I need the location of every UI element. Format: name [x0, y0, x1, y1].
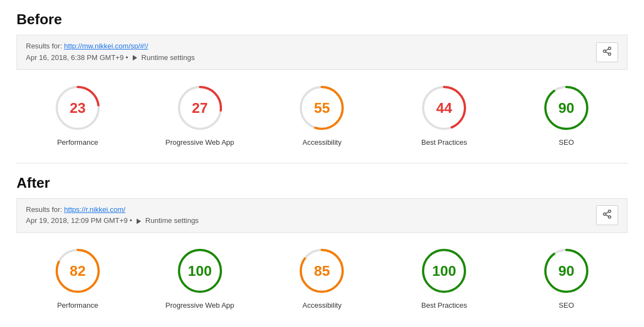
runtime-settings-label[interactable]: Runtime settings — [145, 215, 199, 227]
section-title: Before — [17, 11, 627, 28]
score-item-performance: 23 Performance — [17, 83, 139, 146]
runtime-arrow-icon[interactable] — [137, 219, 141, 224]
score-label-best-practices: Best Practices — [421, 301, 467, 309]
info-bar-left: Results for: http://mw.nikkei.com/sp/#!/… — [26, 41, 194, 64]
results-for-line: Results for: https://r.nikkei.com/ — [26, 204, 199, 216]
date-runtime-row: Apr 16, 2018, 6:38 PM GMT+9 • Runtime se… — [26, 52, 194, 64]
info-bar: Results for: http://mw.nikkei.com/sp/#!/… — [17, 35, 627, 70]
score-value-performance: 23 — [69, 99, 85, 116]
info-bar-left: Results for: https://r.nikkei.com/ Apr 1… — [26, 204, 199, 227]
date-text: Apr 16, 2018, 6:38 PM GMT+9 • — [26, 52, 128, 64]
score-circle-pwa: 27 — [175, 83, 225, 133]
score-item-best-practices: 100 Best Practices — [383, 246, 505, 309]
score-label-performance: Performance — [57, 138, 98, 146]
score-value-accessibility: 85 — [314, 263, 330, 280]
score-label-seo: SEO — [559, 138, 573, 146]
score-label-accessibility: Accessibility — [302, 138, 342, 146]
score-item-seo: 90 SEO — [505, 83, 627, 146]
score-item-seo: 90 SEO — [505, 246, 627, 309]
share-icon — [602, 46, 612, 56]
svg-line-3 — [605, 52, 608, 53]
score-label-pwa: Progressive Web App — [165, 301, 234, 309]
info-bar: Results for: https://r.nikkei.com/ Apr 1… — [17, 198, 627, 233]
score-label-accessibility: Accessibility — [302, 301, 342, 309]
score-value-best-practices: 100 — [432, 263, 456, 280]
score-value-best-practices: 44 — [436, 99, 452, 116]
results-label: Results for: — [26, 205, 64, 214]
score-circle-pwa: 100 — [175, 246, 225, 296]
score-label-seo: SEO — [559, 301, 573, 309]
score-circle-seo: 90 — [542, 246, 591, 296]
score-item-accessibility: 85 Accessibility — [261, 246, 383, 309]
score-value-pwa: 27 — [192, 99, 208, 116]
score-value-seo: 90 — [559, 263, 575, 280]
score-circle-performance: 82 — [53, 246, 102, 296]
runtime-settings-label[interactable]: Runtime settings — [142, 52, 195, 64]
score-circle-seo: 90 — [542, 83, 591, 133]
score-item-accessibility: 55 Accessibility — [261, 83, 383, 146]
section-title: After — [17, 175, 627, 192]
results-url[interactable]: http://mw.nikkei.com/sp/#!/ — [64, 42, 148, 50]
scores-row: 23 Performance 27 Progressive Web App — [17, 83, 627, 146]
score-circle-performance: 23 — [53, 83, 102, 133]
section-after: After Results for: https://r.nikkei.com/… — [17, 175, 627, 310]
svg-line-19 — [605, 212, 608, 214]
runtime-arrow-icon[interactable] — [133, 55, 137, 61]
score-label-performance: Performance — [57, 301, 98, 309]
svg-line-18 — [605, 215, 608, 217]
score-item-performance: 82 Performance — [17, 246, 139, 309]
section-before: Before Results for: http://mw.nikkei.com… — [17, 11, 627, 146]
score-circle-best-practices: 44 — [419, 83, 469, 133]
section-divider — [17, 163, 627, 164]
share-button[interactable] — [596, 42, 618, 62]
score-label-pwa: Progressive Web App — [165, 138, 234, 146]
date-runtime-row: Apr 19, 2018, 12:09 PM GMT+9 • Runtime s… — [26, 215, 199, 227]
results-label: Results for: — [26, 42, 64, 50]
score-item-pwa: 27 Progressive Web App — [139, 83, 261, 146]
svg-line-4 — [605, 49, 608, 51]
score-item-pwa: 100 Progressive Web App — [139, 246, 261, 309]
score-circle-best-practices: 100 — [419, 246, 469, 296]
score-label-best-practices: Best Practices — [421, 138, 467, 146]
score-value-performance: 82 — [69, 263, 85, 280]
score-circle-accessibility: 85 — [297, 246, 347, 296]
score-value-pwa: 100 — [188, 263, 212, 280]
share-button[interactable] — [596, 205, 618, 225]
share-icon — [602, 209, 612, 219]
score-value-accessibility: 55 — [314, 99, 330, 116]
results-for-line: Results for: http://mw.nikkei.com/sp/#!/ — [26, 41, 194, 52]
score-circle-accessibility: 55 — [297, 83, 347, 133]
results-url[interactable]: https://r.nikkei.com/ — [64, 205, 125, 214]
score-value-seo: 90 — [559, 99, 575, 116]
score-item-best-practices: 44 Best Practices — [383, 83, 505, 146]
scores-row: 82 Performance 100 Progressive Web App — [17, 246, 627, 309]
date-text: Apr 19, 2018, 12:09 PM GMT+9 • — [26, 215, 132, 227]
